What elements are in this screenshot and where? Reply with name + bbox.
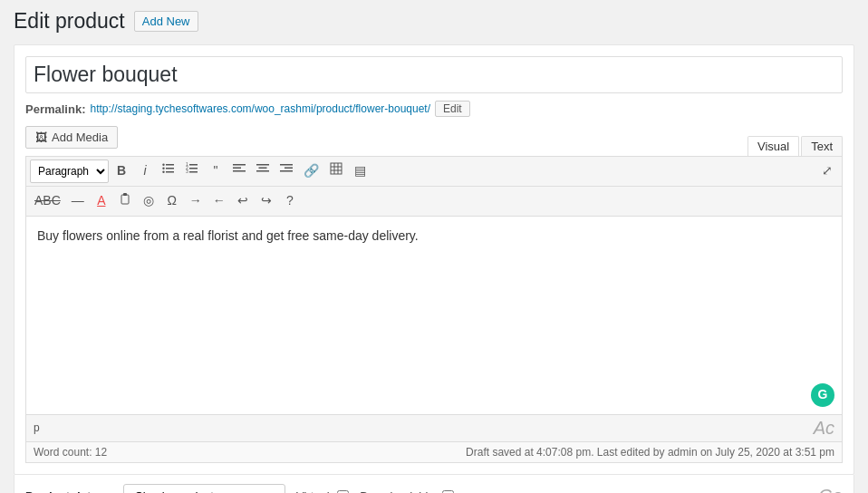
svg-point-5 — [162, 171, 164, 173]
editor-tabs-container: 🖼 Add Media Visual Text — [25, 126, 843, 156]
editor-toolbar-row2: ABC — A ◎ Ω → ← ↩ ↪ ? — [25, 186, 843, 216]
hr-button[interactable]: — — [67, 189, 89, 213]
svg-text:3: 3 — [186, 169, 188, 174]
page-header: Edit product Add New — [14, 9, 854, 34]
align-right-button[interactable] — [275, 160, 297, 183]
expand-button[interactable]: ⤢ — [816, 160, 838, 183]
footer-bar: Word count: 12 Draft saved at 4:07:08 pm… — [25, 442, 843, 463]
virtual-group: Virtual: — [296, 489, 349, 493]
unordered-list-button[interactable] — [158, 160, 179, 183]
go-hint: Go — [818, 486, 843, 493]
permalink-label: Permalink: — [25, 102, 85, 116]
help-button[interactable]: ? — [279, 189, 301, 213]
product-type-select[interactable]: Simple productGrouped productExternal/Af… — [123, 484, 285, 493]
product-data-section: Product data — Simple productGrouped pro… — [14, 475, 854, 493]
editor-tabs: Visual Text — [747, 136, 843, 156]
svg-rect-13 — [233, 168, 241, 169]
draft-saved-text: Draft saved at 4:07:08 pm. Last edited b… — [466, 446, 834, 459]
editor-area[interactable]: Buy flowers online from a real florist a… — [25, 216, 843, 415]
paragraph-select[interactable]: ParagraphHeading 1Heading 2Heading 3Pre — [30, 160, 109, 183]
blockquote-button[interactable]: " — [205, 160, 227, 183]
svg-rect-2 — [166, 171, 174, 173]
editor-statusbar: p Ac — [25, 415, 843, 442]
svg-rect-15 — [256, 164, 269, 166]
page-title: Edit product — [14, 9, 125, 34]
svg-rect-16 — [259, 168, 267, 169]
svg-rect-6 — [189, 164, 198, 166]
special-char-button[interactable]: Ω — [161, 189, 183, 213]
editor-content: Buy flowers online from a real florist a… — [37, 226, 831, 246]
redo-button[interactable]: ↪ — [256, 189, 277, 213]
align-center-button[interactable] — [252, 160, 274, 183]
paragraph-tag: p — [34, 421, 40, 434]
svg-rect-0 — [166, 164, 174, 166]
editor-wrapper: Buy flowers online from a real florist a… — [25, 216, 843, 415]
autocomplete-hint: Ac — [814, 418, 834, 439]
svg-rect-19 — [285, 168, 293, 169]
svg-rect-26 — [121, 195, 129, 204]
permalink-row: Permalink: http://staging.tychesoftwares… — [25, 101, 843, 117]
strikethrough-button[interactable]: ABC — [30, 189, 65, 213]
svg-rect-14 — [233, 170, 246, 172]
word-count-value: 12 — [95, 446, 107, 459]
align-left-button[interactable] — [228, 160, 250, 183]
text-color-button[interactable]: A — [91, 189, 112, 213]
product-data-label: Product data — — [25, 489, 112, 493]
virtual-checkbox[interactable] — [337, 490, 349, 493]
svg-rect-12 — [233, 164, 246, 166]
svg-rect-21 — [331, 163, 342, 174]
italic-button[interactable]: i — [134, 160, 156, 183]
svg-point-3 — [162, 164, 164, 166]
tab-visual[interactable]: Visual — [747, 136, 799, 156]
svg-rect-27 — [123, 193, 127, 196]
svg-rect-17 — [256, 170, 269, 172]
permalink-link[interactable]: http://staging.tychesoftwares.com/woo_ra… — [90, 102, 430, 115]
paste-button[interactable] — [114, 189, 136, 213]
indent-button[interactable]: → — [185, 189, 207, 213]
downloadable-group: Downloadable: — [360, 489, 454, 493]
product-title-input[interactable] — [25, 56, 843, 93]
media-icon: 🖼 — [35, 130, 47, 144]
kitchen-sink-button[interactable]: ▤ — [349, 160, 371, 183]
downloadable-label: Downloadable: — [360, 489, 438, 493]
undo-button[interactable]: ↩ — [232, 189, 254, 213]
editor-toolbar-row1: ParagraphHeading 1Heading 2Heading 3Pre … — [25, 156, 843, 186]
permalink-edit-button[interactable]: Edit — [435, 101, 470, 117]
ordered-list-button[interactable]: 123 — [181, 160, 203, 183]
add-media-button[interactable]: 🖼 Add Media — [25, 126, 118, 149]
svg-rect-18 — [280, 164, 293, 166]
table-button[interactable] — [325, 160, 347, 183]
bold-button[interactable]: B — [111, 160, 132, 183]
link-button[interactable]: 🔗 — [299, 160, 323, 183]
svg-rect-8 — [189, 171, 198, 173]
virtual-label: Virtual: — [296, 489, 333, 493]
outdent-button[interactable]: ← — [208, 189, 230, 213]
clear-format-button[interactable]: ◎ — [138, 189, 159, 213]
word-count-label: Word count: — [34, 446, 92, 459]
add-new-button[interactable]: Add New — [134, 11, 198, 32]
downloadable-checkbox[interactable] — [442, 490, 454, 493]
grammarly-icon: G — [811, 383, 834, 407]
svg-point-4 — [162, 168, 164, 169]
tab-text[interactable]: Text — [801, 136, 843, 156]
svg-rect-1 — [166, 168, 174, 169]
content-area: Permalink: http://staging.tychesoftwares… — [14, 44, 854, 475]
svg-rect-20 — [280, 170, 293, 172]
svg-rect-7 — [189, 168, 198, 169]
word-count-area: Word count: 12 — [34, 446, 107, 459]
